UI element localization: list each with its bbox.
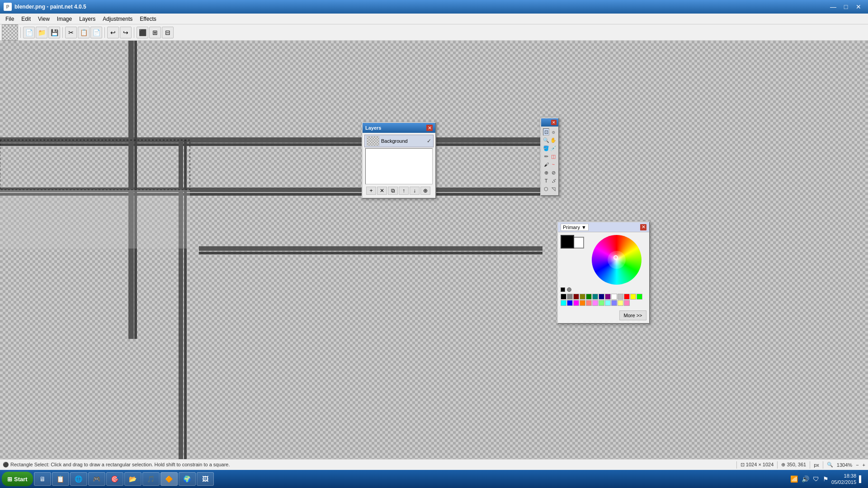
tool-panel-close-button[interactable]: ✕ xyxy=(551,120,557,125)
taskbar-app-3[interactable]: 🎮 xyxy=(88,472,105,486)
color-wheel[interactable] xyxy=(592,235,642,285)
eraser-tool[interactable]: ◫ xyxy=(550,153,557,160)
palette-color-swatch[interactable] xyxy=(605,300,611,306)
save-button[interactable]: 💾 xyxy=(48,27,60,38)
palette-color-swatch[interactable] xyxy=(561,294,566,300)
delete-layer-button[interactable]: ✕ xyxy=(377,187,387,195)
palette-color-swatch[interactable] xyxy=(573,300,579,306)
palette-color-swatch[interactable] xyxy=(586,294,592,300)
open-button[interactable]: 📁 xyxy=(36,27,47,38)
shield-icon[interactable]: 🛡 xyxy=(812,474,820,483)
clone-tool[interactable]: ⊕ xyxy=(543,169,549,176)
start-button[interactable]: ⊞ Start xyxy=(2,472,33,486)
select-lasso-tool[interactable]: ⌾ xyxy=(550,128,557,136)
merge-layer-button[interactable]: ⊕ xyxy=(420,187,430,195)
undo-button[interactable]: ↩ xyxy=(107,27,119,38)
minimize-button[interactable]: — xyxy=(827,2,839,11)
smudge-tool[interactable]: ~ xyxy=(550,161,557,168)
brush-tool[interactable]: 🖌 xyxy=(543,161,549,168)
menu-view[interactable]: View xyxy=(34,15,53,23)
primary-color-swatch[interactable] xyxy=(561,235,574,249)
crop-button[interactable]: ⬛ xyxy=(137,27,148,38)
palette-color-swatch[interactable] xyxy=(573,294,579,300)
canvas-area[interactable] xyxy=(0,41,868,470)
volume-icon[interactable]: 🔊 xyxy=(801,474,810,483)
pan-tool[interactable]: ✋ xyxy=(550,136,557,144)
window-title: blender.png - paint.net 4.0.5 xyxy=(14,4,86,10)
taskbar-app-2[interactable]: 🌐 xyxy=(70,472,87,486)
add-layer-button[interactable]: + xyxy=(366,187,376,195)
canvas-size-button[interactable]: ⊟ xyxy=(162,27,174,38)
palette-color-swatch[interactable] xyxy=(599,294,604,300)
paste-button[interactable]: 📄 xyxy=(90,27,102,38)
select-rect-tool[interactable]: ⊡ xyxy=(543,128,549,136)
palette-color-swatch[interactable] xyxy=(561,300,566,306)
colors-close-button[interactable]: ✕ xyxy=(640,224,646,230)
palette-color-swatch[interactable] xyxy=(599,300,604,306)
flag-icon[interactable]: ⚑ xyxy=(822,474,830,483)
taskbar-app-9[interactable]: 🖼 xyxy=(197,472,214,486)
text-tool[interactable]: T xyxy=(543,177,549,184)
palette-color-swatch[interactable] xyxy=(637,294,642,300)
gradient-tool[interactable]: ◹ xyxy=(550,185,557,192)
palette-color-swatch[interactable] xyxy=(567,294,573,300)
cut-button[interactable]: ✂ xyxy=(65,27,77,38)
menu-effects[interactable]: Effects xyxy=(136,15,160,23)
palette-color-swatch[interactable] xyxy=(592,300,598,306)
palette-color-swatch[interactable] xyxy=(611,300,617,306)
duplicate-layer-button[interactable]: ⧉ xyxy=(388,187,398,195)
taskbar-app-7[interactable]: 🔶 xyxy=(160,472,178,486)
move-layer-down-button[interactable]: ↓ xyxy=(410,187,420,195)
canvas-dimensions: ⊡ 1024 × 1024 xyxy=(741,462,774,468)
taskbar-app-8[interactable]: 🌍 xyxy=(179,472,196,486)
palette-color-swatch[interactable] xyxy=(580,300,585,306)
palette-color-swatch[interactable] xyxy=(592,294,598,300)
palette-color-swatch[interactable] xyxy=(580,294,585,300)
color-wheel-container[interactable] xyxy=(587,235,646,285)
menu-image[interactable]: Image xyxy=(53,15,75,23)
palette-color-swatch[interactable] xyxy=(586,300,592,306)
recolor-tool[interactable]: ⊘ xyxy=(550,169,557,176)
palette-color-swatch[interactable] xyxy=(611,294,617,300)
close-button[interactable]: ✕ xyxy=(853,2,864,11)
menu-layers[interactable]: Layers xyxy=(75,15,99,23)
taskbar-app-4[interactable]: 🎯 xyxy=(106,472,123,486)
system-clock[interactable]: 18:38 05/02/2015 xyxy=(831,473,856,486)
layers-close-button[interactable]: ✕ xyxy=(426,125,433,131)
layer-visibility-icon[interactable]: ✓ xyxy=(427,138,431,144)
layer-thumbnail xyxy=(367,136,379,146)
menu-file[interactable]: File xyxy=(2,15,18,23)
script-tool[interactable]: 𝓢 xyxy=(550,177,557,184)
pencil-tool[interactable]: ✏ xyxy=(543,153,549,160)
zoom-minus[interactable]: − xyxy=(856,462,859,468)
taskbar-app-6[interactable]: 🎵 xyxy=(142,472,160,486)
palette-color-swatch[interactable] xyxy=(605,294,611,300)
palette-color-swatch[interactable] xyxy=(624,294,630,300)
new-button[interactable]: 📄 xyxy=(23,27,35,38)
taskbar-app-5[interactable]: 📂 xyxy=(124,472,142,486)
palette-color-swatch[interactable] xyxy=(630,294,636,300)
zoom-plus[interactable]: + xyxy=(863,462,865,468)
shapes-tool[interactable]: ⬡ xyxy=(543,185,549,192)
maximize-button[interactable]: □ xyxy=(840,2,852,11)
paint-bucket-tool[interactable]: 🪣 xyxy=(543,145,549,152)
palette-color-swatch[interactable] xyxy=(618,294,623,300)
copy-button[interactable]: 📋 xyxy=(78,27,90,38)
more-colors-button[interactable]: More >> xyxy=(619,310,646,320)
colors-mode-dropdown[interactable]: Primary ▼ xyxy=(561,224,589,231)
menu-adjustments[interactable]: Adjustments xyxy=(99,15,136,23)
move-layer-up-button[interactable]: ↑ xyxy=(399,187,409,195)
taskbar-app-1[interactable]: 📋 xyxy=(52,472,69,486)
layer-row[interactable]: Background ✓ xyxy=(364,135,434,147)
color-picker-tool[interactable]: 💉 xyxy=(550,145,557,152)
network-icon[interactable]: 📶 xyxy=(789,474,799,483)
show-desktop-button[interactable]: ▌ xyxy=(858,474,864,483)
resize-button[interactable]: ⊞ xyxy=(149,27,161,38)
menu-edit[interactable]: Edit xyxy=(18,15,34,23)
palette-color-swatch[interactable] xyxy=(618,300,623,306)
redo-button[interactable]: ↪ xyxy=(120,27,132,38)
palette-color-swatch[interactable] xyxy=(624,300,630,306)
taskbar-app-0[interactable]: 🖥 xyxy=(34,472,51,486)
palette-color-swatch[interactable] xyxy=(567,300,573,306)
zoom-tool[interactable]: 🔍 xyxy=(543,136,549,144)
